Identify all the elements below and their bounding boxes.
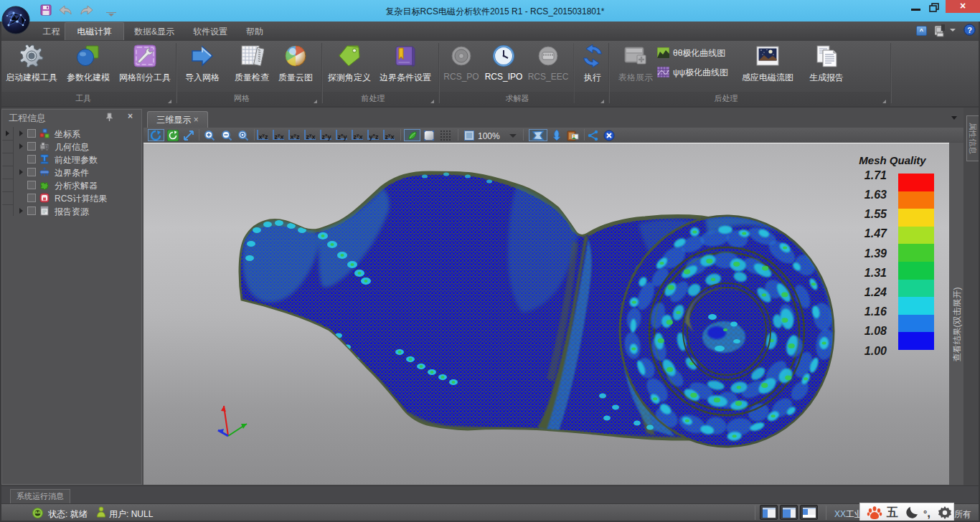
svg-text:?: ? (967, 26, 972, 34)
